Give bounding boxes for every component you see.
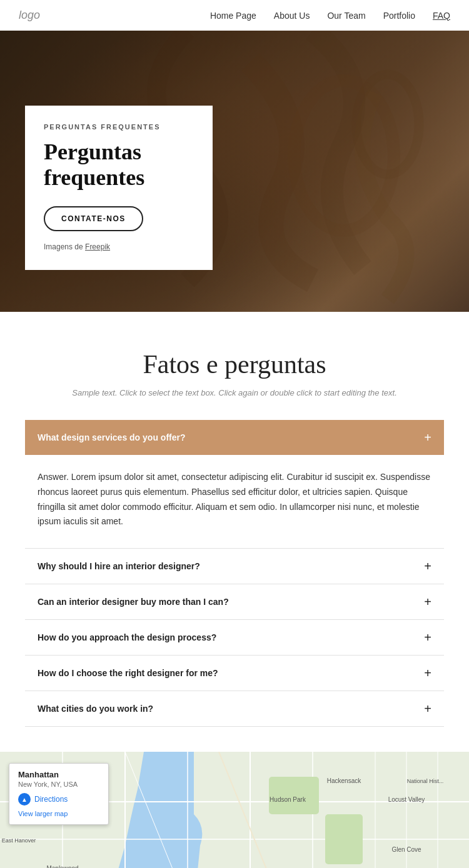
faq-plus-5: + bbox=[424, 667, 431, 679]
directions-button[interactable]: ▲ Directions bbox=[18, 793, 99, 806]
faq-section: Fatos e perguntas Sample text. Click to … bbox=[0, 312, 469, 752]
faq-question-6-text: What cities do you work in? bbox=[38, 704, 153, 714]
svg-text:Glen Cove: Glen Cove bbox=[391, 846, 421, 853]
faq-question-1[interactable]: What design services do you offer? + bbox=[25, 420, 444, 455]
faq-question-4-text: How do you approach the design process? bbox=[38, 632, 216, 642]
nav-links: Home Page About Us Our Team Portfolio FA… bbox=[210, 10, 450, 21]
faq-question-2[interactable]: Why should I hire an interior designer? … bbox=[25, 549, 444, 584]
faq-item-5: How do I choose the right designer for m… bbox=[25, 656, 444, 691]
faq-question-4[interactable]: How do you approach the design process? … bbox=[25, 620, 444, 655]
view-larger-link[interactable]: View larger map bbox=[18, 810, 68, 817]
contate-nos-button[interactable]: CONTATE-NOS bbox=[44, 206, 143, 231]
faq-description: Sample text. Click to select the text bo… bbox=[19, 388, 450, 397]
nav-portfolio[interactable]: Portfolio bbox=[383, 11, 415, 21]
place-name: Manhattan bbox=[18, 770, 99, 779]
nav-about[interactable]: About Us bbox=[274, 11, 310, 21]
svg-text:Locust Valley: Locust Valley bbox=[388, 796, 425, 803]
map-section: MANHATTAN Newark New York QUEENS BROOKLY… bbox=[0, 752, 469, 868]
hero-credit: Imagens de Freepik bbox=[44, 242, 194, 251]
freepik-link[interactable]: Freepik bbox=[85, 242, 110, 251]
faq-question-6[interactable]: What cities do you work in? + bbox=[25, 691, 444, 726]
faq-plus-1: + bbox=[424, 431, 431, 444]
svg-rect-18 bbox=[269, 777, 319, 814]
hero-section: PERGUNTAS FREQUENTES Perguntas frequente… bbox=[0, 31, 469, 312]
faq-question-2-text: Why should I hire an interior designer? bbox=[38, 561, 200, 571]
svg-rect-19 bbox=[325, 814, 363, 864]
nav-faq[interactable]: FAQ bbox=[433, 11, 450, 21]
faq-question-3-text: Can an interior designer buy more than I… bbox=[38, 597, 229, 607]
svg-text:East Hanover: East Hanover bbox=[2, 837, 36, 844]
svg-text:Hackensack: Hackensack bbox=[327, 777, 361, 784]
faq-plus-3: + bbox=[424, 596, 431, 608]
hero-card: PERGUNTAS FREQUENTES Perguntas frequente… bbox=[25, 106, 213, 270]
nav-team[interactable]: Our Team bbox=[327, 11, 365, 21]
hero-subtitle: PERGUNTAS FREQUENTES bbox=[44, 123, 194, 131]
faq-item-1: What design services do you offer? + Ans… bbox=[25, 420, 444, 549]
directions-label: Directions bbox=[34, 795, 68, 804]
faq-item-2: Why should I hire an interior designer? … bbox=[25, 549, 444, 584]
faq-plus-4: + bbox=[424, 631, 431, 644]
faq-plus-2: + bbox=[424, 560, 431, 572]
faq-plus-6: + bbox=[424, 702, 431, 715]
svg-text:National Hist...: National Hist... bbox=[407, 778, 444, 784]
hero-title: Perguntas frequentes bbox=[44, 139, 194, 191]
faq-question-5[interactable]: How do I choose the right designer for m… bbox=[25, 656, 444, 691]
faq-title: Fatos e perguntas bbox=[19, 349, 450, 379]
faq-question-1-text: What design services do you offer? bbox=[38, 432, 186, 442]
faq-question-3[interactable]: Can an interior designer buy more than I… bbox=[25, 584, 444, 619]
navigation: logo Home Page About Us Our Team Portfol… bbox=[0, 0, 469, 31]
svg-text:Maplewood: Maplewood bbox=[46, 865, 78, 868]
logo: logo bbox=[19, 9, 40, 22]
faq-list: What design services do you offer? + Ans… bbox=[25, 420, 444, 727]
faq-question-5-text: How do I choose the right designer for m… bbox=[38, 668, 218, 678]
nav-home[interactable]: Home Page bbox=[210, 11, 256, 21]
svg-text:Hudson Park: Hudson Park bbox=[270, 796, 306, 803]
faq-answer-1: Answer. Lorem ipsum dolor sit amet, cons… bbox=[25, 455, 444, 548]
directions-icon: ▲ bbox=[18, 793, 31, 806]
map-popup: Manhattan New York, NY, USA ▲ Directions… bbox=[9, 763, 109, 825]
place-sub: New York, NY, USA bbox=[18, 781, 99, 788]
faq-item-4: How do you approach the design process? … bbox=[25, 620, 444, 656]
faq-item-3: Can an interior designer buy more than I… bbox=[25, 584, 444, 620]
faq-item-6: What cities do you work in? + bbox=[25, 691, 444, 727]
